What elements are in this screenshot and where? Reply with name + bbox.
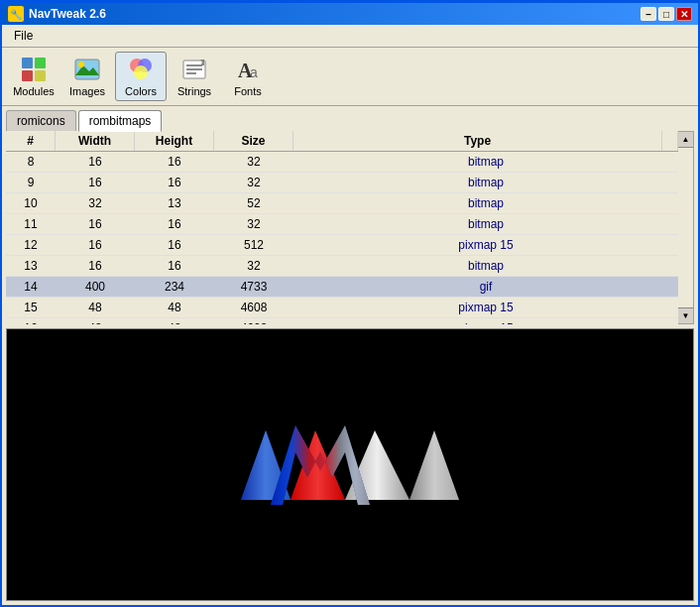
title-bar-left: 🔧 NavTweak 2.6 bbox=[8, 6, 106, 22]
file-menu[interactable]: File bbox=[6, 27, 41, 45]
close-button[interactable]: ✕ bbox=[676, 7, 692, 21]
scroll-thumb-area[interactable] bbox=[678, 148, 693, 307]
table-section: # Width Height Size Type 8 16 16 32 bitm bbox=[6, 131, 694, 324]
table-row[interactable]: 11 16 16 32 bitmap bbox=[6, 214, 678, 235]
cell-height: 16 bbox=[135, 173, 214, 192]
cell-num: 9 bbox=[6, 173, 56, 192]
svg-text:a: a bbox=[250, 64, 258, 80]
svg-point-6 bbox=[78, 61, 84, 67]
modules-icon bbox=[20, 56, 48, 83]
table-row[interactable]: 10 32 13 52 bitmap bbox=[6, 193, 678, 214]
cell-type: bitmap bbox=[293, 214, 678, 234]
svg-rect-3 bbox=[35, 70, 46, 81]
cell-height: 16 bbox=[135, 152, 214, 172]
modules-button[interactable]: Modules bbox=[8, 52, 59, 101]
cell-width: 16 bbox=[56, 235, 135, 255]
cell-height: 16 bbox=[135, 214, 214, 234]
col-header-type: Type bbox=[293, 131, 662, 151]
modules-label: Modules bbox=[13, 85, 55, 97]
images-label: Images bbox=[69, 85, 105, 97]
cell-size: 52 bbox=[214, 193, 293, 213]
table-row[interactable]: 15 48 48 4608 pixmap 15 bbox=[6, 298, 678, 318]
cell-size: 4733 bbox=[214, 277, 293, 297]
cell-width: 16 bbox=[56, 214, 135, 234]
content-area: romicons rombitmaps # Width Height Size … bbox=[2, 106, 698, 605]
col-header-num: # bbox=[6, 131, 56, 151]
svg-point-9 bbox=[134, 65, 148, 79]
col-header-width: Width bbox=[56, 131, 135, 151]
cell-num: 15 bbox=[6, 298, 56, 317]
cell-num: 16 bbox=[6, 318, 56, 324]
svg-rect-1 bbox=[35, 58, 46, 68]
colors-label: Colors bbox=[125, 85, 157, 97]
table-row[interactable]: 16 48 48 4608 pixmap 15 bbox=[6, 318, 678, 324]
cell-num: 13 bbox=[6, 256, 56, 276]
scroll-down-button[interactable]: ▼ bbox=[678, 307, 693, 323]
cell-type: bitmap bbox=[293, 193, 678, 213]
cell-type: bitmap bbox=[293, 256, 678, 276]
tabs-row: romicons rombitmaps bbox=[6, 110, 694, 131]
fonts-icon: A a bbox=[234, 56, 262, 83]
table-inner: # Width Height Size Type 8 16 16 32 bitm bbox=[6, 131, 678, 324]
cell-num: 14 bbox=[6, 277, 56, 297]
menu-bar: File bbox=[2, 25, 698, 48]
strings-button[interactable]: Strings bbox=[169, 52, 220, 101]
cell-width: 48 bbox=[56, 318, 135, 324]
images-button[interactable]: Images bbox=[61, 52, 113, 101]
cell-num: 8 bbox=[6, 152, 56, 172]
table-row[interactable]: 9 16 16 32 bitmap bbox=[6, 173, 678, 193]
cell-width: 32 bbox=[56, 193, 135, 213]
table-row[interactable]: 13 16 16 32 bitmap bbox=[6, 256, 678, 277]
cell-width: 16 bbox=[56, 152, 135, 172]
title-buttons: – □ ✕ bbox=[641, 7, 692, 21]
cell-num: 11 bbox=[6, 214, 56, 234]
fonts-button[interactable]: A a Fonts bbox=[222, 52, 274, 101]
cell-width: 16 bbox=[56, 256, 135, 276]
table-body[interactable]: 8 16 16 32 bitmap 9 16 16 32 bitmap bbox=[6, 152, 678, 324]
table-row[interactable]: 12 16 16 512 pixmap 15 bbox=[6, 235, 678, 256]
cell-type: pixmap 15 bbox=[293, 318, 678, 324]
table-row[interactable]: 8 16 16 32 bitmap bbox=[6, 152, 678, 173]
app-icon: 🔧 bbox=[8, 6, 24, 22]
cell-size: 32 bbox=[214, 173, 293, 192]
colors-icon bbox=[127, 56, 155, 83]
strings-icon bbox=[180, 56, 208, 83]
cell-size: 4608 bbox=[214, 298, 293, 317]
svg-rect-0 bbox=[22, 58, 33, 68]
cell-height: 16 bbox=[135, 256, 214, 276]
cell-size: 512 bbox=[214, 235, 293, 255]
cell-type: bitmap bbox=[293, 152, 678, 172]
toolbar: Modules Images Colors bbox=[2, 48, 698, 106]
preview-area bbox=[6, 328, 694, 601]
scroll-up-button[interactable]: ▲ bbox=[678, 132, 693, 148]
title-bar: 🔧 NavTweak 2.6 – □ ✕ bbox=[2, 3, 698, 25]
cell-height: 16 bbox=[135, 235, 214, 255]
cell-height: 48 bbox=[135, 318, 214, 324]
cell-height: 234 bbox=[135, 277, 214, 297]
window-title: NavTweak 2.6 bbox=[29, 7, 106, 21]
tab-romicons[interactable]: romicons bbox=[6, 110, 76, 131]
tab-rombitmaps[interactable]: rombitmaps bbox=[78, 110, 163, 132]
bmw-m-logo-svg bbox=[162, 371, 538, 559]
cell-width: 400 bbox=[56, 277, 135, 297]
cell-type: gif bbox=[293, 277, 678, 297]
scrollbar[interactable]: ▲ ▼ bbox=[678, 131, 694, 324]
cell-num: 12 bbox=[6, 235, 56, 255]
cell-size: 32 bbox=[214, 152, 293, 172]
colors-button[interactable]: Colors bbox=[115, 52, 167, 101]
svg-rect-2 bbox=[22, 70, 33, 81]
minimize-button[interactable]: – bbox=[641, 7, 656, 21]
cell-num: 10 bbox=[6, 193, 56, 213]
main-window: 🔧 NavTweak 2.6 – □ ✕ File Modules bbox=[0, 0, 700, 607]
cell-width: 16 bbox=[56, 173, 135, 192]
cell-size: 32 bbox=[214, 256, 293, 276]
scroll-header-placeholder bbox=[662, 131, 678, 151]
maximize-button[interactable]: □ bbox=[658, 7, 674, 21]
col-header-size: Size bbox=[214, 131, 293, 151]
cell-height: 13 bbox=[135, 193, 214, 213]
table-row-selected[interactable]: 14 400 234 4733 gif bbox=[6, 277, 678, 298]
cell-size: 4608 bbox=[214, 318, 293, 324]
table-header: # Width Height Size Type bbox=[6, 131, 678, 152]
svg-marker-22 bbox=[409, 430, 459, 500]
cell-type: pixmap 15 bbox=[293, 235, 678, 255]
